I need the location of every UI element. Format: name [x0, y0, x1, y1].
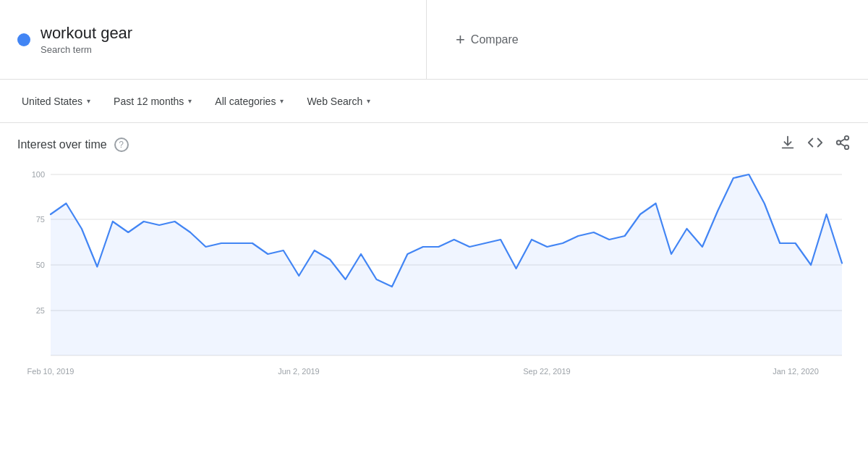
search-term-text: workout gear Search term: [41, 24, 132, 55]
compare-section: + Compare: [427, 0, 868, 79]
region-label: United States: [22, 96, 82, 107]
chart-container: 100 75 50 25 Feb 10, 2019 Jun 2, 2019 Se…: [17, 160, 851, 409]
time-range-chevron: ▾: [188, 97, 192, 105]
search-term-label: Search term: [41, 44, 132, 55]
time-range-filter[interactable]: Past 12 months ▾: [103, 90, 202, 113]
category-label: All categories: [215, 96, 276, 107]
category-filter[interactable]: All categories ▾: [205, 90, 294, 113]
filters-bar: United States ▾ Past 12 months ▾ All cat…: [0, 80, 868, 123]
embed-icon[interactable]: [807, 135, 823, 154]
svg-text:Jun 2, 2019: Jun 2, 2019: [278, 367, 320, 376]
region-chevron: ▾: [87, 97, 90, 105]
search-term-value: workout gear: [41, 24, 132, 43]
search-type-filter[interactable]: Web Search ▾: [297, 90, 380, 113]
svg-text:Jan 12, 2020: Jan 12, 2020: [773, 367, 819, 376]
time-range-label: Past 12 months: [114, 96, 184, 107]
header: workout gear Search term + Compare: [0, 0, 868, 80]
chart-title: Interest over time: [17, 138, 107, 151]
search-type-label: Web Search: [307, 96, 362, 107]
chart-header: Interest over time ?: [17, 135, 851, 154]
svg-text:Sep 22, 2019: Sep 22, 2019: [523, 367, 570, 376]
trend-chart-svg: 100 75 50 25 Feb 10, 2019 Jun 2, 2019 Se…: [17, 160, 851, 406]
svg-text:50: 50: [36, 261, 45, 269]
region-filter[interactable]: United States ▾: [12, 90, 101, 113]
chart-section: Interest over time ?: [0, 123, 868, 409]
compare-button[interactable]: + Compare: [456, 30, 519, 49]
category-chevron: ▾: [280, 97, 284, 105]
search-type-chevron: ▾: [367, 97, 370, 105]
chart-title-group: Interest over time ?: [17, 138, 129, 152]
search-term-dot: [17, 33, 30, 46]
share-icon[interactable]: [835, 135, 851, 154]
svg-text:Feb 10, 2019: Feb 10, 2019: [27, 367, 75, 376]
chart-actions: [780, 135, 851, 154]
svg-line-3: [841, 143, 845, 146]
help-icon[interactable]: ?: [114, 138, 129, 152]
svg-text:75: 75: [36, 215, 45, 224]
svg-line-4: [841, 139, 845, 142]
compare-plus-icon: +: [456, 30, 465, 49]
compare-label: Compare: [471, 33, 519, 46]
svg-text:25: 25: [36, 306, 45, 315]
search-term-section: workout gear Search term: [0, 0, 427, 79]
svg-text:100: 100: [32, 170, 45, 179]
download-icon[interactable]: [780, 135, 796, 154]
